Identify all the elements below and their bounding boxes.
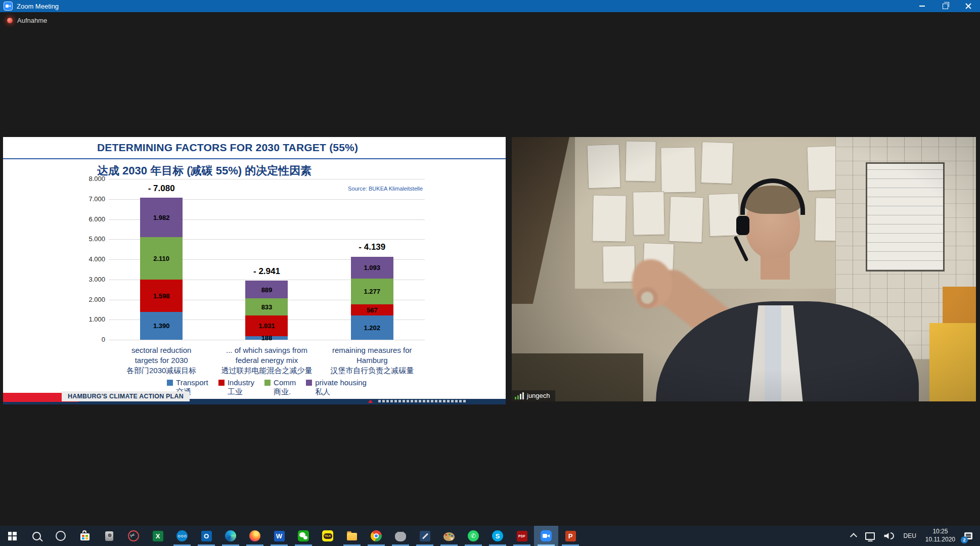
meeting-content-area: Aufnahme DETERMINING FACTORS FOR 2030 TA… [0,12,980,526]
zoom-taskbar-icon [541,530,552,541]
skype-icon: S [492,530,503,541]
notification-badge: 2 [961,536,968,543]
taskbar-meter-app-button[interactable] [97,526,121,546]
bar-segment-private-housing: 1.982 [140,198,183,238]
taskbar-kakaotalk-button[interactable]: TALK [316,526,340,546]
close-button[interactable] [957,0,980,12]
legend-label: private housing [315,378,367,387]
bar-segment-label: 188 [245,334,288,342]
legend-entry: Comm [264,378,296,387]
bar-segment-industry: 567 [351,304,393,316]
category-label-line: ... of which savings from [214,345,319,355]
window-title: Zoom Meeting [17,3,59,10]
tray-time: 10:25 [932,528,948,536]
legend-label-chinese: 私人 [315,387,367,397]
bar-column: - 4.1391.0931.2775671.202 [320,179,425,340]
taskbar-whatsapp-button[interactable]: ✆ [461,526,485,546]
y-axis-tick: 7.000 [63,195,105,203]
bar-column: - 2.9418898331.031188 [214,179,319,340]
connection-signal-icon [515,392,524,399]
bar-segment-label: 1.093 [351,264,393,271]
slide-subtitle-chinese: 达成 2030 年目标 (减碳 55%) 的决定性因素 [97,163,311,178]
wechat-icon [298,530,309,541]
taskbar-skype-button[interactable]: S [485,526,510,546]
slide-title-row: DETERMINING FACTORS FOR 2030 TARGET (55%… [3,137,506,159]
tray-language-button[interactable]: DEU [899,526,920,546]
outlook-icon: O [201,531,212,541]
minimize-button[interactable] [910,0,933,12]
tray-hidden-icons-button[interactable] [847,526,861,546]
cortana-icon [56,531,66,541]
taskbar-firefox-button[interactable] [243,526,267,546]
y-axis-tick: 0 [63,336,105,343]
bar-segment-label: 1.277 [351,288,393,295]
taskbar-nextcloud-button[interactable] [170,526,194,546]
stacked-bar: 1.0931.2775671.202 [351,257,393,340]
bar-segment-label: 889 [245,286,288,293]
taskbar-wechat-button[interactable] [291,526,316,546]
taskbar-outlook-button[interactable]: O [194,526,218,546]
slide-title: DETERMINING FACTORS FOR 2030 TARGET (55%… [97,142,358,154]
taskbar-pdf-app-button[interactable]: PDF [510,526,534,546]
pdf-app-icon: PDF [517,531,527,541]
taskbar-word-button[interactable]: W [267,526,291,546]
category-label: remaining measures forHamburg汉堡市自行负责之减碳量 [320,345,425,375]
zoom-meeting-window: Zoom Meeting Aufnahme DETERMINING FACTOR… [0,0,980,546]
taskbar-zoom-button[interactable] [534,526,558,546]
y-axis-tick: 2.000 [63,296,105,303]
stacked-bar: 1.9822.1101.5981.390 [140,198,183,340]
bar-segment-private-housing: 889 [245,281,288,298]
kakaotalk-bubble: TALK [324,533,332,539]
taskbar-cortana-button[interactable] [49,526,73,546]
zoom-app-icon [4,2,13,11]
legend-swatch [167,380,173,386]
notes-app-icon [420,531,430,541]
taskbar-excel-button[interactable]: X [146,526,170,546]
windows-taskbar: X O W TALK ✆ S PDF P DEU 10:25 10.11.202… [0,526,980,546]
graphics-app-icon [395,532,406,541]
whatsapp-icon: ✆ [468,530,479,541]
bar-segment-label: 1.031 [245,322,288,330]
category-label: sectoral reductiontargets for 2030各部门203… [109,345,214,375]
taskbar-graphics-app-button[interactable] [388,526,413,546]
category-label-line: federal energy mix [214,355,319,366]
start-button[interactable] [0,526,24,546]
chevron-up-icon [850,533,857,540]
taskbar-chrome-button[interactable] [364,526,388,546]
legend-entry: private housing [306,378,367,387]
taskbar-search-button[interactable] [24,526,49,546]
taskbar-paint-app-button[interactable] [437,526,461,546]
bar-segment-comm: 1.277 [351,279,393,304]
window-titlebar[interactable]: Zoom Meeting [0,0,980,12]
tray-volume-button[interactable] [879,526,899,546]
category-label-line: sectoral reduction [109,345,214,355]
file-explorer-icon [347,533,357,540]
legend-label: Transport [176,378,208,387]
taskbar-powerpoint-button[interactable]: P [558,526,583,546]
shared-screen-slide: DETERMINING FACTORS FOR 2030 TARGET (55%… [3,137,506,404]
bar-total-label: - 7.080 [109,184,214,194]
bar-segment-label: 1.598 [140,292,183,299]
bar-segment-private-housing: 1.093 [351,257,393,279]
participant-video-tile: jungech [512,137,976,401]
system-tray: DEU 10:25 10.11.2020 2 [847,526,980,546]
tray-clock-button[interactable]: 10:25 10.11.2020 [921,526,960,546]
y-axis-tick: 6.000 [63,215,105,223]
participant-name-tag: jungech [512,390,555,401]
taskbar-notes-app-button[interactable] [413,526,437,546]
category-label-line: 各部门2030减碳目标 [109,366,214,376]
chart-category-labels: sectoral reductiontargets for 2030各部门203… [109,345,425,375]
taskbar-snipping-tool-button[interactable] [121,526,146,546]
edge-browser-icon [225,530,236,541]
taskbar-file-explorer-button[interactable] [340,526,364,546]
y-axis-tick: 5.000 [63,235,105,243]
monitor-icon [865,532,875,540]
legend-swatch [218,380,225,386]
y-axis-tick: 8.000 [63,175,105,183]
tray-display-button[interactable] [861,526,879,546]
legend-label: Industry [228,378,254,387]
taskbar-edge-button[interactable] [218,526,243,546]
restore-button[interactable] [933,0,957,12]
taskbar-store-button[interactable] [73,526,97,546]
tray-action-center-button[interactable]: 2 [960,526,977,546]
